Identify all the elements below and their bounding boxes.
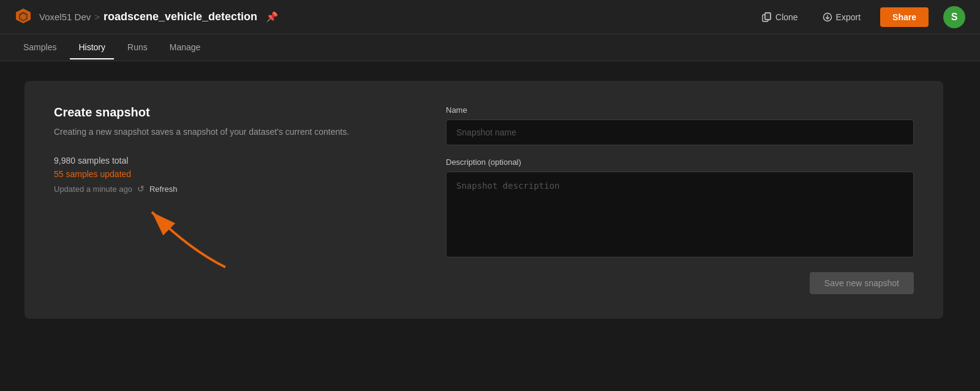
refresh-icon: ↺ [137,184,145,194]
save-btn-row: Save new snapshot [446,272,914,294]
app-logo-icon [15,7,39,27]
tab-runs[interactable]: Runs [119,36,156,59]
share-button[interactable]: Share [880,7,929,27]
samples-updated: 55 samples updated [54,169,397,179]
tab-history[interactable]: History [70,36,114,59]
name-label: Name [446,105,914,115]
card-description: Creating a new snapshot saves a snapshot… [54,126,397,139]
description-label: Description (optional) [446,158,914,167]
card-layout: Create snapshot Creating a new snapshot … [54,105,914,294]
svg-rect-5 [765,13,771,20]
user-avatar[interactable]: S [943,6,965,28]
nav-bar: Samples History Runs Manage [0,34,980,61]
export-icon [823,12,832,22]
export-label: Export [836,12,861,22]
samples-total: 9,980 samples total [54,156,397,165]
top-bar-actions: Clone Export Share S [757,6,965,28]
top-bar: Voxel51 Dev > roadscene_vehicle_detectio… [0,0,980,34]
snapshot-description-textarea[interactable] [446,172,914,257]
main-content: Create snapshot Creating a new snapshot … [0,61,980,338]
annotation-arrow [115,200,250,273]
export-button[interactable]: Export [818,9,865,26]
tab-manage[interactable]: Manage [161,36,209,59]
snapshot-name-input[interactable] [446,120,914,145]
refresh-link[interactable]: Refresh [149,184,178,194]
create-snapshot-card: Create snapshot Creating a new snapshot … [24,81,943,319]
user-initial: S [951,12,958,23]
annotation-area [54,200,397,273]
pin-icon: 📌 [266,11,278,23]
dataset-name: roadscene_vehicle_detection [104,10,257,23]
tab-samples[interactable]: Samples [15,36,65,59]
save-snapshot-label: Save new snapshot [824,278,899,288]
updated-info: Updated a minute ago ↺ Refresh [54,184,397,194]
card-title: Create snapshot [54,105,397,120]
left-panel: Create snapshot Creating a new snapshot … [54,105,397,294]
clone-icon [762,12,772,22]
save-snapshot-button[interactable]: Save new snapshot [810,272,914,294]
workspace-name[interactable]: Voxel51 Dev [39,12,91,22]
right-panel: Name Description (optional) Save new sna… [446,105,914,294]
clone-label: Clone [775,12,798,22]
updated-time: Updated a minute ago [54,184,132,194]
breadcrumb-separator: > [94,12,100,22]
share-label: Share [892,12,916,22]
clone-button[interactable]: Clone [757,9,803,26]
